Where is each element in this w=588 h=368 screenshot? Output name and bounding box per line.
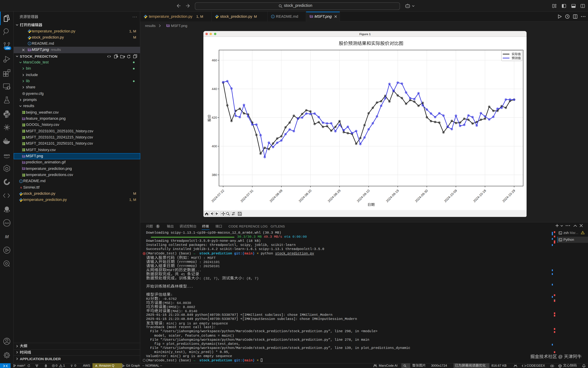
svg-text:Json: Json <box>4 221 9 224</box>
svg-text:2024-07-22: 2024-07-22 <box>211 189 225 203</box>
svg-text:2024-10-29: 2024-10-29 <box>502 189 516 203</box>
svg-text:2024-09-10: 2024-09-10 <box>356 189 371 203</box>
svg-text:2024-07-31: 2024-07-31 <box>240 189 254 203</box>
svg-text:2024-10-18: 2024-10-18 <box>473 189 487 203</box>
svg-text:2024-08-29: 2024-08-29 <box>327 189 341 203</box>
svg-text:420: 420 <box>212 116 217 119</box>
svg-text:380: 380 <box>212 173 217 177</box>
svg-text:2024-09-19: 2024-09-19 <box>385 189 400 203</box>
svg-text:2024-08-20: 2024-08-20 <box>298 189 312 203</box>
svg-text:400: 400 <box>212 144 217 148</box>
svg-text:2024-08-09: 2024-08-09 <box>269 189 283 203</box>
svg-text:2024-09-30: 2024-09-30 <box>414 189 429 203</box>
svg-text:460: 460 <box>212 58 217 62</box>
svg-text:2024-10-09: 2024-10-09 <box>443 189 458 203</box>
svg-text:M: M <box>5 234 9 239</box>
svg-text:440: 440 <box>212 87 217 91</box>
